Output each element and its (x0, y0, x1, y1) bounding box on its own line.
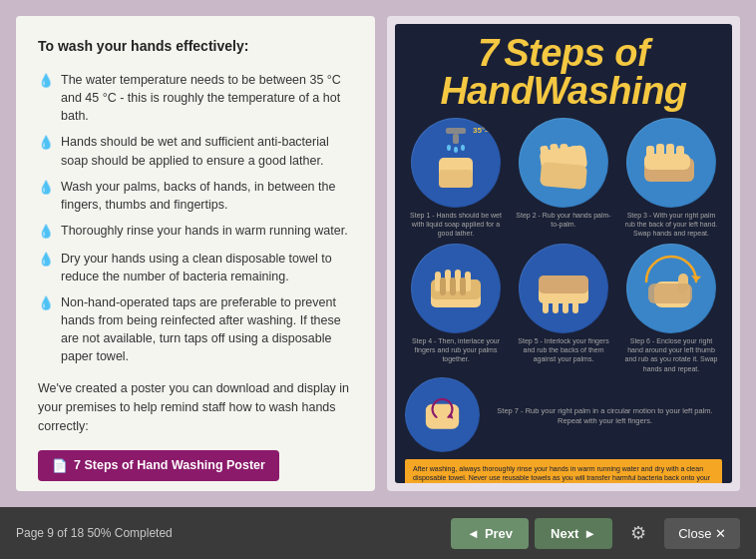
poster-step-3: Step 3 - With your right palm rub the ba… (620, 118, 722, 238)
bottom-bar: Page 9 of 18 50% Completed ◄ Prev Next ►… (0, 507, 756, 559)
bullet-icon: 💧 (38, 294, 54, 313)
step-circle-2 (519, 118, 608, 208)
file-icon: 📄 (52, 458, 68, 473)
bullet-icon: 💧 (38, 134, 54, 153)
poster-step-2: Step 2 - Rub your hands palm-to-palm. (513, 118, 614, 238)
step-2-label: Step 2 - Rub your hands palm-to-palm. (513, 211, 614, 229)
svg-rect-7 (439, 170, 473, 188)
step-7-label: Step 7 - Rub your right palm in a circul… (488, 406, 722, 426)
close-label: Close ✕ (678, 526, 726, 541)
close-button[interactable]: Close ✕ (664, 518, 740, 549)
svg-point-3 (447, 145, 451, 151)
bullet-item: 💧Dry your hands using a clean disposable… (38, 250, 353, 285)
bullet-item: 💧Hands should be wet and sufficient anti… (38, 133, 353, 169)
settings-button[interactable]: ⚙ (624, 516, 652, 550)
svg-point-5 (461, 145, 465, 151)
left-panel: To wash your hands effectively: 💧The wat… (16, 16, 375, 491)
bullet-icon: 💧 (38, 223, 54, 242)
svg-rect-32 (460, 278, 466, 295)
poster-step-6: Step 6 - Enclose your right hand around … (620, 244, 722, 372)
bullet-item: 💧Non-hand-operated taps are preferable t… (38, 293, 353, 366)
intro-heading: To wash your hands effectively: (38, 36, 353, 57)
step-5-label: Step 5 - Interlock your fingers and rub … (513, 336, 614, 363)
poster-step-5: Step 5 - Interlock your fingers and rub … (513, 244, 614, 372)
step-circle-3 (626, 118, 716, 208)
next-label: Next (551, 526, 578, 541)
main-content: To wash your hands effectively: 💧The wat… (0, 0, 756, 507)
info-text: We've created a poster you can download … (38, 379, 353, 435)
poster-step-1: 35°-45° Step 1 - Hands should be wet wit… (405, 118, 507, 238)
svg-rect-2 (453, 134, 459, 144)
poster-bottom-bar: After washing, always thoroughly rinse y… (405, 459, 722, 483)
bullet-icon: 💧 (38, 251, 54, 270)
step-7-row: Step 7 - Rub your right palm in a circul… (405, 377, 722, 455)
download-button[interactable]: 📄 7 Steps of Hand Washing Poster (38, 450, 279, 481)
poster-step-4: Step 4 - Then, interlace your fingers an… (405, 244, 507, 372)
settings-icon: ⚙ (630, 523, 646, 543)
svg-rect-35 (539, 276, 588, 293)
prev-label: Prev (485, 526, 513, 541)
bullet-icon: 💧 (38, 179, 54, 198)
bullet-icon: 💧 (38, 72, 54, 91)
prev-button[interactable]: ◄ Prev (451, 518, 529, 549)
poster-steps-grid: 35°-45° Step 1 - Hands should be wet wit… (405, 118, 722, 373)
svg-rect-11 (540, 162, 587, 190)
nav-buttons: ◄ Prev Next ► (451, 518, 612, 549)
bullet-item: 💧The water temperature needs to be betwe… (38, 71, 353, 125)
svg-point-4 (454, 147, 458, 153)
svg-rect-46 (426, 403, 459, 428)
svg-rect-30 (440, 278, 446, 295)
poster-bottom-text: After washing, always thoroughly rinse y… (413, 464, 714, 483)
svg-rect-36 (543, 295, 549, 313)
svg-rect-38 (563, 295, 568, 313)
step-circle-4 (411, 244, 501, 333)
step-circle-7 (405, 377, 480, 452)
bullet-list: 💧The water temperature needs to be betwe… (38, 71, 353, 365)
step-4-label: Step 4 - Then, interlace your fingers an… (405, 336, 507, 363)
svg-rect-22 (644, 154, 690, 170)
step-6-label: Step 6 - Enclose your right hand around … (620, 336, 722, 372)
svg-rect-39 (572, 295, 578, 313)
page-info: Page 9 of 18 50% Completed (16, 526, 439, 540)
svg-rect-37 (553, 295, 559, 313)
bullet-item: 💧Thoroughly rinse your hands in warm run… (38, 222, 353, 242)
prev-arrow-icon: ◄ (467, 526, 480, 541)
right-panel: 7 Steps of HandWashing (387, 16, 740, 491)
svg-rect-1 (446, 128, 466, 134)
next-arrow-icon: ► (583, 526, 596, 541)
poster: 7 Steps of HandWashing (395, 24, 732, 483)
step-circle-5 (519, 244, 608, 333)
poster-number: 7 (478, 32, 499, 74)
step-3-label: Step 3 - With your right palm rub the ba… (620, 211, 722, 238)
next-button[interactable]: Next ► (535, 518, 612, 549)
step-7-text-area: Step 7 - Rub your right palm in a circul… (488, 406, 722, 426)
svg-text:35°-45°: 35°-45° (473, 126, 500, 135)
step-1-label: Step 1 - Hands should be wet with liquid… (405, 211, 507, 238)
step-circle-6 (626, 244, 716, 333)
bullet-item: 💧Wash your palms, backs of hands, in bet… (38, 178, 353, 214)
download-label: 7 Steps of Hand Washing Poster (74, 458, 265, 472)
svg-rect-43 (648, 283, 692, 303)
poster-title: 7 Steps of HandWashing (405, 34, 722, 110)
svg-rect-31 (450, 278, 456, 295)
step-circle-1: 35°-45° (411, 118, 501, 208)
